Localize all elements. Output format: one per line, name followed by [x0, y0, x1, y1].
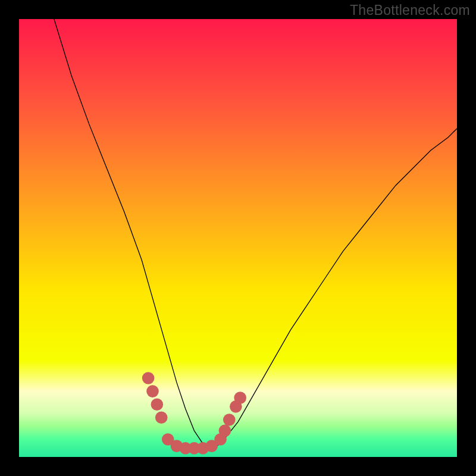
highlight-marker — [146, 385, 159, 397]
highlight-marker — [151, 398, 164, 411]
watermark-text: TheBottleneck.com — [350, 2, 470, 18]
chart-svg — [19, 19, 457, 457]
plot-area — [19, 19, 457, 457]
highlight-marker — [234, 392, 246, 404]
highlight-marker — [223, 414, 236, 426]
highlight-marker — [219, 425, 231, 437]
gradient-background — [19, 19, 457, 457]
chart-frame: TheBottleneck.com — [0, 0, 476, 476]
highlight-marker — [142, 372, 155, 384]
highlight-marker — [155, 411, 168, 424]
